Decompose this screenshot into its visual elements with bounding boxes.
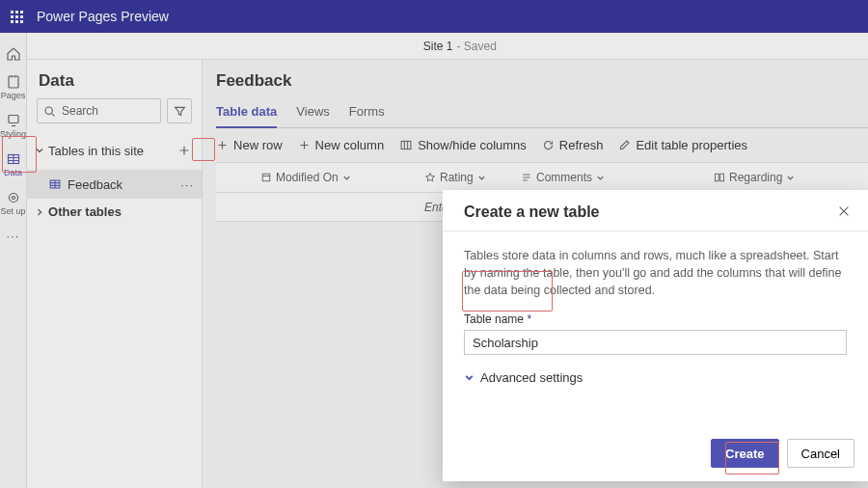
site-state: Saved [464,40,497,53]
rail-label-data: Data [4,168,22,177]
rail-label-styling: Styling [0,129,26,139]
columns-icon [399,139,413,151]
rail-item-pages[interactable]: Pages [0,68,26,106]
search-input[interactable]: Search [37,98,161,123]
modal-title: Create a new table [464,203,837,221]
plus-icon [298,139,311,151]
tree-section-other-label: Other tables [48,204,196,219]
svg-rect-9 [716,174,719,181]
calendar-icon [260,172,272,183]
svg-rect-7 [401,141,411,149]
rail-item-setup[interactable]: Set up [0,183,26,222]
rail-home-button[interactable] [0,41,26,68]
chevron-down-icon [596,174,605,182]
field-label: Table name [464,312,524,326]
edit-table-properties-button[interactable]: Edit table properties [618,138,747,152]
rail-item-styling[interactable]: Styling [0,106,26,145]
waffle-icon [11,11,23,23]
column-header-modified-on[interactable]: Modified On [255,171,419,184]
modal-close-button[interactable] [837,204,851,221]
new-column-button[interactable]: New column [298,138,385,152]
svg-point-4 [12,196,14,199]
chevron-down-icon [33,146,46,155]
column-header-regarding[interactable]: Regarding [708,171,868,184]
product-title: Power Pages Preview [37,9,169,24]
tab-views[interactable]: Views [296,98,329,127]
tree-section-other[interactable]: Other tables [27,199,202,227]
tree-item-more-button[interactable]: ··· [180,177,194,192]
tabs: Table data Views Forms [216,98,868,128]
close-icon [837,204,851,218]
top-bar: Power Pages Preview [0,0,868,33]
lookup-icon [714,172,725,183]
site-name: Site 1 [423,40,453,53]
pages-icon [6,74,21,90]
data-icon [6,151,21,167]
plus-icon [177,144,191,157]
plus-icon [216,139,229,151]
tree-item-label: Feedback [68,177,122,192]
table-header-row: Modified On Rating Comments Regarding [216,162,868,193]
page-title: Feedback [216,71,868,91]
new-row-button[interactable]: New row [216,138,283,152]
cancel-button[interactable]: Cancel [787,439,854,468]
search-placeholder: Search [62,104,98,118]
rail-label-pages: Pages [1,91,26,100]
app-launcher-button[interactable] [0,0,33,33]
create-button[interactable]: Create [711,439,778,468]
create-table-modal: Create a new table Tables store data in … [443,190,868,481]
chevron-down-icon [477,174,486,182]
search-icon [43,105,56,118]
advanced-settings-toggle[interactable]: Advanced settings [464,370,847,385]
left-rail: Pages Styling Data Set up ··· [0,33,27,488]
svg-rect-0 [9,76,18,88]
chevron-down-icon [464,372,475,383]
column-header-comments[interactable]: Comments [515,171,708,184]
filter-button[interactable] [167,98,192,123]
tab-forms[interactable]: Forms [349,98,385,127]
chevron-right-icon [33,207,46,217]
filter-icon [174,105,186,118]
edit-icon [618,139,631,151]
svg-rect-8 [262,174,270,181]
tree-section-in-site[interactable]: Tables in this site [27,131,202,170]
rail-item-data[interactable]: Data [0,145,26,183]
table-icon [48,177,62,191]
star-icon [424,172,436,183]
svg-point-3 [9,193,17,202]
table-name-input[interactable] [464,330,847,355]
add-table-button[interactable] [173,139,196,162]
rail-label-setup: Set up [0,206,25,216]
chevron-down-icon [342,174,351,182]
site-status-bar: Site 1 - Saved [27,33,868,60]
setup-icon [6,190,21,205]
refresh-icon [542,139,555,151]
rail-item-more[interactable]: ··· [0,222,26,249]
ellipsis-icon: ··· [7,229,20,243]
tab-table-data[interactable]: Table data [216,98,277,128]
svg-rect-1 [9,115,18,122]
chevron-down-icon [786,174,795,182]
modal-description: Tables store data in columns and rows, m… [464,247,847,299]
home-icon [6,46,21,62]
svg-point-5 [45,107,52,114]
show-hide-columns-button[interactable]: Show/hide columns [399,138,527,152]
side-title: Data [27,60,202,98]
required-indicator: * [527,312,531,326]
advanced-settings-label: Advanced settings [480,370,583,385]
data-side-panel: Data Search Tables in this site [27,60,203,488]
command-bar: New row New column Show/hide columns Ref… [216,128,868,162]
text-icon [521,172,532,183]
styling-icon [6,113,21,128]
svg-rect-10 [720,174,724,181]
table-name-field-group: Table name * [464,312,847,355]
tree-item-feedback[interactable]: Feedback ··· [27,170,202,199]
refresh-button[interactable]: Refresh [542,138,604,152]
column-header-rating[interactable]: Rating [419,171,515,184]
tree-section-label: Tables in this site [48,144,173,158]
